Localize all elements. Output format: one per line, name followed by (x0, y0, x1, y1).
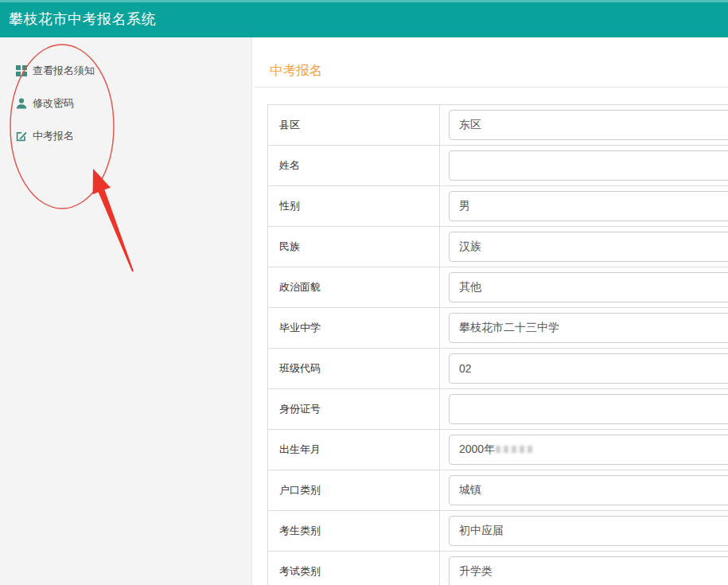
table-row: 政治面貌 (268, 267, 728, 308)
table-row: 户口类别 (268, 470, 728, 511)
field-value-cell (440, 186, 728, 226)
field-value-cell (440, 105, 728, 145)
field-value-cell (440, 227, 728, 267)
app-header: 攀枝花市中考报名系统 (0, 0, 728, 37)
birth-date-input[interactable] (449, 435, 728, 465)
table-row: 姓名 (268, 146, 728, 186)
field-label: 县区 (268, 105, 440, 145)
class-code-input[interactable] (449, 353, 728, 384)
exam-type-input[interactable] (449, 556, 728, 585)
gender-input[interactable] (449, 191, 728, 221)
field-label: 姓名 (268, 146, 440, 185)
page: 攀枝花市中考报名系统 查看报名须知 修改密码 (0, 0, 728, 585)
table-row: 毕业中学 (268, 308, 728, 349)
field-label: 出生年月 (268, 430, 440, 470)
table-row: 县区 (268, 105, 728, 146)
field-label: 毕业中学 (268, 308, 440, 348)
field-label: 身份证号 (268, 389, 440, 429)
sidebar-item-label: 修改密码 (33, 96, 74, 111)
field-label: 班级代码 (268, 349, 440, 388)
field-label: 民族 (268, 227, 440, 267)
field-value-cell (440, 552, 728, 585)
table-row: 出生年月 (268, 430, 728, 470)
field-value-cell (440, 267, 728, 307)
ethnicity-input[interactable] (449, 232, 728, 262)
field-value-cell (440, 511, 728, 551)
field-value-cell (440, 470, 728, 510)
field-value-cell (440, 146, 728, 185)
field-value-cell (440, 349, 728, 388)
field-label: 户口类别 (268, 470, 440, 510)
field-label: 性别 (268, 186, 440, 226)
id-number-input[interactable] (449, 394, 728, 424)
field-label: 政治面貌 (268, 267, 440, 307)
table-row: 考试类别 (268, 552, 728, 585)
field-value-cell (440, 389, 728, 429)
candidate-type-input[interactable] (449, 516, 728, 546)
field-label: 考试类别 (268, 552, 440, 585)
sidebar-item-exam-registration[interactable]: 中考报名 (16, 128, 74, 144)
sidebar-item-label: 查看报名须知 (33, 64, 95, 78)
field-value-cell (440, 430, 728, 470)
table-row: 考生类别 (268, 511, 728, 552)
page-title: 中考报名 (270, 62, 322, 80)
field-label: 考生类别 (268, 511, 440, 551)
user-icon (16, 98, 27, 109)
edit-icon (16, 131, 27, 142)
graduate-school-input[interactable] (449, 313, 728, 343)
table-row: 身份证号 (268, 389, 728, 430)
main-content: 中考报名 县区 姓名 性别 民族 (253, 37, 728, 585)
name-input[interactable] (449, 150, 728, 181)
sidebar-item-label: 中考报名 (33, 129, 74, 143)
table-row: 民族 (268, 227, 728, 267)
political-status-input[interactable] (449, 272, 728, 302)
registration-form-table: 县区 姓名 性别 民族 政治面貌 (267, 104, 728, 585)
panel-header: 中考报名 (255, 37, 728, 88)
household-type-input[interactable] (449, 475, 728, 505)
table-row: 性别 (268, 186, 728, 227)
grid-icon (16, 65, 27, 76)
field-value-cell (440, 308, 728, 348)
table-row: 班级代码 (268, 349, 728, 389)
county-input[interactable] (449, 110, 728, 140)
sidebar-item-change-password[interactable]: 修改密码 (16, 96, 74, 111)
sidebar-item-view-notice[interactable]: 查看报名须知 (16, 63, 95, 79)
app-title: 攀枝花市中考报名系统 (9, 0, 156, 37)
sidebar: 查看报名须知 修改密码 中考报名 (0, 37, 252, 585)
